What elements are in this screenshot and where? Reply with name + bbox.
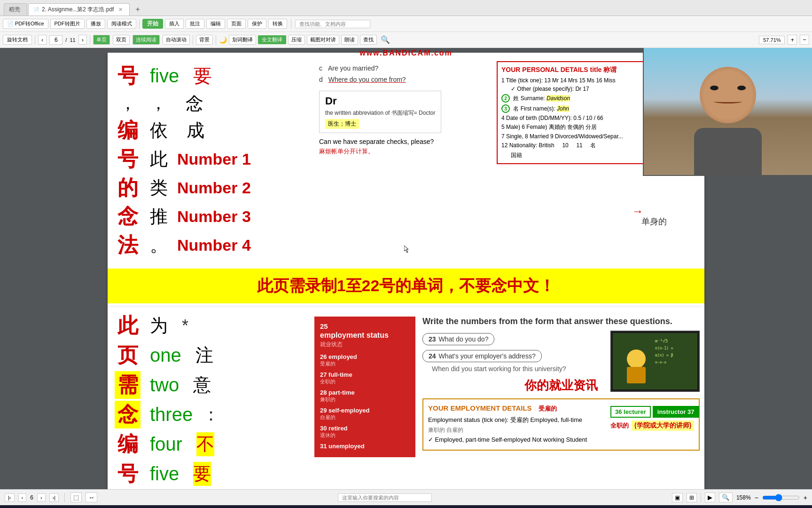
char-yao: 要 (193, 63, 212, 89)
new-tab-button[interactable]: + (131, 3, 144, 16)
pdf-page-lower: 此 为 * 页 one 注 需 two 意 (108, 307, 704, 489)
page-btn-t[interactable]: 页面 (227, 19, 246, 29)
first-page-btn[interactable]: |‹ (5, 493, 15, 502)
page-number-input[interactable] (49, 35, 62, 45)
start-btn[interactable]: 开始 (142, 19, 163, 29)
emp-detail-row2: ✓ Employed, part-time Self-employed Not … (428, 436, 694, 443)
svg-text:α(n) = β: α(n) = β (655, 353, 673, 357)
screenshot-btn[interactable]: 截图对对讲 (307, 35, 339, 45)
q-married: Are you married? (328, 64, 378, 72)
review-btn[interactable]: 批注 (186, 19, 204, 29)
svg-text:⊙-⊙-⊙: ⊙-⊙-⊙ (655, 360, 666, 365)
colon-mark: ： (202, 403, 220, 427)
continuous-read-btn[interactable]: 连续阅读 (133, 35, 160, 45)
arrow-annotation: → (632, 205, 643, 218)
fit-page-btn[interactable]: ⬚ (70, 492, 82, 502)
auto-scroll-btn[interactable]: 自动滚动 (163, 35, 190, 45)
tab-pdf[interactable]: 📄 2. Assignme...第2 李志浩.pdf ✕ (28, 3, 130, 16)
next-page-btn2[interactable]: › (37, 493, 46, 502)
edit-btn[interactable]: 编辑 (206, 19, 225, 29)
pdf-to-office-btn[interactable]: 📄 PDF转Office (3, 19, 48, 29)
word-two: two (150, 374, 179, 396)
tab-close-icon[interactable]: ✕ (118, 7, 123, 13)
prev-page-btn2[interactable]: ‹ (18, 493, 27, 502)
view-single-btn[interactable]: ▣ (672, 493, 683, 502)
char-tui: 推 (150, 205, 168, 229)
dr-description: the written abbreviation of 书面缩写= Doctor (325, 109, 435, 117)
char-nian3: 念 (115, 401, 141, 429)
word-five: five (150, 65, 179, 87)
watermark: www.BANDICAM.com (359, 49, 453, 57)
char-de: 的 (115, 174, 141, 202)
zoom-slider[interactable] (762, 494, 800, 501)
protect-btn[interactable]: 保护 (248, 19, 266, 29)
full-translate-btn[interactable]: 全文翻译 (258, 35, 286, 44)
pdf-office-icon: 📄 (7, 21, 14, 27)
svg-point-1 (627, 349, 646, 368)
q-come-from: Where do you come from? (328, 76, 406, 83)
toolbar-row2: 旋转文档 ‹ / 11 › 单页 双页 连续阅读 自动滚动 背景 🌙 划词翻译 … (0, 32, 812, 48)
write-title: Write the numbers from the form that ans… (422, 317, 700, 326)
zoom-slider-plus[interactable]: + (804, 494, 807, 501)
word-three: three (150, 404, 193, 425)
svg-rect-2 (627, 367, 646, 383)
emp-item-28: 28 part-time 兼职的 (320, 389, 410, 403)
play-btn2[interactable]: ▶ (705, 492, 715, 502)
emp-item-29: 29 self-employed 自雇的 (320, 407, 410, 421)
single-page-btn[interactable]: 单页 (93, 35, 110, 45)
rotate-btn[interactable]: 旋转文档 (3, 35, 32, 45)
fit-width-btn[interactable]: ↔ (86, 492, 97, 502)
char-xu: 需 (115, 371, 141, 399)
emp-number: 25 (320, 322, 410, 330)
read-mode-btn[interactable]: 阅读模式 (107, 19, 136, 29)
insert-btn[interactable]: 插入 (165, 19, 184, 29)
view-double-btn[interactable]: ⊞ (687, 493, 697, 502)
word-five2: five (150, 463, 179, 484)
windows-taskbar: ⊞ 🔍 ⧉ W 📁 🌐 ✉ 🔔 WPS 🎥 25°C 空气优 42 2023 (0, 505, 812, 508)
play-btn[interactable]: 播放 (86, 19, 105, 29)
prev-page-btn[interactable]: ‹ (38, 35, 47, 45)
simpsons-image: m⁻¹√5 n(n-1) = α(n) = β ⊙-⊙-⊙ (610, 331, 700, 392)
double-page-btn[interactable]: 双页 (113, 35, 130, 45)
word-translate-btn[interactable]: 划词翻译 (229, 35, 256, 45)
compress-btn[interactable]: 压缩 (288, 35, 305, 45)
next-page-btn[interactable]: › (78, 35, 87, 45)
char-yi: 意 (193, 373, 211, 397)
char-wei: 为 (150, 314, 168, 338)
char-comma1: ， (115, 92, 141, 115)
zoom-icon-btn[interactable]: 🔍 (719, 492, 733, 502)
char-ye: 页 (115, 341, 141, 369)
read-aloud-btn[interactable]: 朗读 (341, 35, 358, 45)
search-input[interactable] (295, 20, 370, 28)
emp-item-27: 27 full-time 全职的 (320, 371, 410, 385)
zoom-out-btn[interactable]: − (800, 35, 809, 45)
bg-btn[interactable]: 背景 (196, 35, 213, 45)
moon-icon: 🌙 (219, 36, 227, 44)
star-mark: * (182, 316, 188, 336)
middle-area: c Are you married? d Where do you come f… (314, 57, 493, 265)
number-4: Number 4 (177, 236, 251, 254)
bottom-status-bar: |‹ ‹ 6 › ›| ⬚ ↔ ▣ ⊞ ▶ 🔍 158% − + (0, 489, 812, 505)
page-separator: / (65, 37, 67, 43)
char-cheng: 成 (187, 119, 204, 143)
find-btn[interactable]: 查找 (360, 35, 377, 45)
yellow-banner: 此页需录制1至22号的单词，不要念中文！ (108, 269, 704, 303)
pdf-to-img-btn[interactable]: PDF转图片 (50, 19, 85, 29)
char-nian1: 念 (186, 92, 203, 116)
tab-wdke[interactable]: 稻壳 (4, 3, 27, 16)
convert-btn[interactable]: 转换 (268, 19, 287, 29)
check-question: Can we have separate checks, please? (319, 138, 488, 145)
lecturer-zh-badge: (学院或大学的讲师) (632, 421, 694, 431)
zoom-in-btn[interactable]: + (788, 35, 797, 45)
q24-box: 24 What's your employer's address? (422, 350, 542, 362)
last-page-btn[interactable]: ›| (49, 493, 59, 502)
char-bian2: 编 (115, 430, 141, 458)
left-column-lower: 此 为 * 页 one 注 需 two 意 (108, 307, 314, 489)
zoom-slider-minus[interactable]: − (755, 494, 758, 501)
char-hao2: 号 (115, 145, 141, 173)
bottom-search-input[interactable] (338, 493, 432, 502)
q-label-d: d (319, 76, 323, 83)
char-period: 。 (150, 233, 168, 257)
char-hao: 号 (115, 62, 141, 90)
zoom-input[interactable] (759, 36, 785, 44)
